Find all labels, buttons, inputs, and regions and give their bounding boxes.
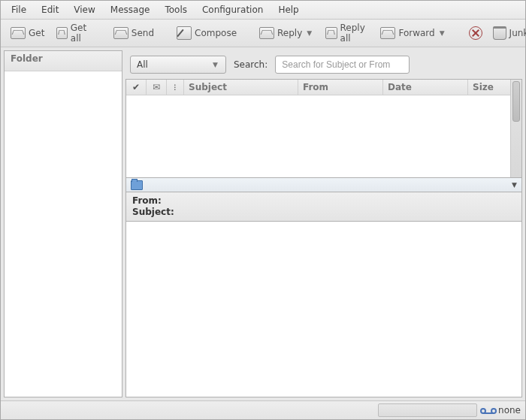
junk-label: Junk [509, 28, 526, 38]
folder-panel: Folder [4, 50, 122, 397]
col-flag[interactable]: ✔ [126, 80, 147, 95]
chevron-down-icon: ▼ [211, 59, 219, 70]
message-list: ✔ ✉ ⫶ Subject From Date Size [125, 79, 522, 178]
trash-icon [493, 26, 506, 40]
search-input[interactable] [280, 59, 404, 71]
folder-tree[interactable] [5, 71, 122, 397]
view-filter-combo[interactable]: All ▼ [130, 56, 226, 74]
get-button[interactable]: Get [5, 24, 50, 42]
chevron-down-icon[interactable]: ▼ [305, 28, 313, 38]
reply-all-label: Reply all [340, 23, 369, 44]
get-label: Get [29, 28, 44, 38]
compose-label: Compose [195, 28, 237, 38]
forward-button[interactable]: Forward ▼ [375, 24, 451, 42]
get-all-button[interactable]: Get all [51, 20, 95, 47]
toolbar: Get Get all Send Compose Reply ▼ Reply a… [1, 20, 525, 47]
main-area: Folder All ▼ Search: ✔ [1, 47, 525, 400]
forward-label: Forward [398, 28, 434, 38]
menu-help[interactable]: Help [271, 2, 306, 18]
envelope-icon [259, 27, 274, 39]
envelope-icon [113, 27, 128, 39]
envelope-icon [325, 27, 337, 39]
message-list-inner: ✔ ✉ ⫶ Subject From Date Size [126, 80, 510, 177]
col-date[interactable]: Date [383, 80, 468, 95]
message-list-body[interactable] [126, 95, 510, 177]
get-all-label: Get all [71, 23, 91, 44]
menu-tools[interactable]: Tools [157, 2, 195, 18]
col-subject[interactable]: Subject [184, 80, 298, 95]
menu-view[interactable]: View [66, 2, 102, 18]
reply-all-button[interactable]: Reply all [320, 20, 373, 47]
filter-row: All ▼ Search: [125, 50, 522, 79]
message-list-header: ✔ ✉ ⫶ Subject From Date Size [126, 80, 510, 95]
folder-path-bar[interactable]: ▼ [125, 178, 522, 192]
connection-status[interactable]: none [483, 405, 521, 415]
stop-button[interactable] [464, 23, 488, 43]
folder-icon [131, 180, 143, 190]
compose-button[interactable]: Compose [171, 23, 242, 43]
send-button[interactable]: Send [108, 24, 159, 42]
menubar: File Edit View Message Tools Configurati… [1, 1, 525, 20]
network-icon [483, 406, 494, 414]
envelope-icon [11, 27, 26, 39]
message-list-scrollbar[interactable] [510, 80, 521, 177]
preview-subject-label: Subject: [132, 207, 515, 218]
menu-configuration[interactable]: Configuration [195, 2, 271, 18]
search-label: Search: [234, 59, 268, 70]
mail-client-window: File Edit View Message Tools Configurati… [0, 0, 526, 420]
preview-from-label: From: [132, 195, 515, 207]
stop-icon [469, 26, 482, 40]
right-panel: All ▼ Search: ✔ ✉ ⫶ Subject From [125, 50, 522, 397]
preview-header: From: Subject: [125, 192, 522, 222]
col-from[interactable]: From [298, 80, 383, 95]
status-progress [378, 403, 477, 417]
connection-status-text: none [498, 405, 521, 415]
col-status[interactable]: ✉ [147, 80, 167, 95]
scrollbar-thumb[interactable] [512, 81, 520, 122]
send-label: Send [132, 28, 154, 38]
search-field-wrap [275, 56, 410, 74]
view-filter-value: All [137, 59, 148, 70]
compose-icon [177, 26, 192, 40]
reply-label: Reply [277, 28, 302, 38]
menu-edit[interactable]: Edit [34, 2, 66, 18]
envelope-icon [380, 27, 395, 39]
folder-header[interactable]: Folder [5, 51, 122, 71]
junk-button[interactable]: Junk [488, 23, 526, 43]
chevron-down-icon[interactable]: ▼ [438, 28, 446, 38]
statusbar: none [1, 400, 525, 419]
reply-button[interactable]: Reply ▼ [254, 24, 319, 42]
col-size[interactable]: Size [468, 80, 510, 95]
menu-message[interactable]: Message [103, 2, 158, 18]
col-attach[interactable]: ⫶ [167, 80, 184, 95]
envelope-icon [56, 27, 67, 39]
chevron-down-icon[interactable]: ▼ [512, 181, 517, 189]
preview-body[interactable] [125, 222, 522, 397]
menu-file[interactable]: File [4, 2, 34, 18]
